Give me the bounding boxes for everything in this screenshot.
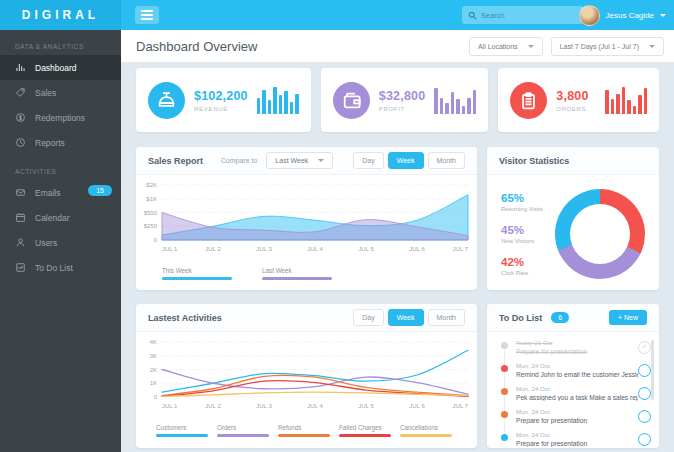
todo-checkbox[interactable] xyxy=(638,387,651,400)
legend-label: Refunds xyxy=(278,424,330,431)
todo-checkbox[interactable] xyxy=(638,410,651,423)
new-task-button[interactable]: + New xyxy=(609,310,647,325)
todo-item-body: Mon, 24 OctRemind John to email the cust… xyxy=(516,362,638,378)
sidebar-item-to-do-list[interactable]: To Do List xyxy=(0,255,121,280)
todo-dot xyxy=(501,365,508,372)
legend-item: Cancellations xyxy=(400,424,452,437)
chevron-down-icon xyxy=(528,45,534,48)
calendar-icon xyxy=(15,212,26,223)
stat-value: $32,800 xyxy=(379,89,426,103)
sidebar-section-label: ACTIVITIES xyxy=(0,155,121,180)
sales-report-title: Sales Report xyxy=(148,156,203,166)
activities-toggle-month[interactable]: Month xyxy=(428,309,465,326)
visitor-stat: 65%Returning Visits xyxy=(501,192,543,212)
visitor-stat: 42%Click Rate xyxy=(501,256,543,276)
latest-activities-header: Lastest Activities DayWeekMonth xyxy=(136,304,477,332)
stat-value: 3,800 xyxy=(556,89,588,103)
hamburger-menu-icon[interactable] xyxy=(135,6,159,24)
sidebar-item-sales[interactable]: Sales xyxy=(0,80,121,105)
svg-text:JUL 5: JUL 5 xyxy=(358,403,374,409)
visitor-stat: 45%New Visitors xyxy=(501,224,543,244)
sidebar-badge: 15 xyxy=(88,185,112,196)
activities-toggle-day[interactable]: Day xyxy=(353,309,383,326)
sidebar: DATA & ANALYTICSDashboardSalesRedemption… xyxy=(0,30,121,452)
sidebar-item-calendar[interactable]: Calendar xyxy=(0,205,121,230)
sales-toggle-month[interactable]: Month xyxy=(428,152,465,169)
svg-text:0: 0 xyxy=(154,237,158,243)
sales-toggle-day[interactable]: Day xyxy=(353,152,383,169)
wallet-icon xyxy=(342,91,361,110)
activities-toggle-week[interactable]: Week xyxy=(388,309,424,326)
stat-label: ORDERS xyxy=(556,106,588,112)
todo-list: Today 21 OctPrepare for presentation✓Mon… xyxy=(487,332,659,448)
sidebar-item-label: Users xyxy=(35,238,57,248)
legend-color-bar xyxy=(278,434,330,437)
todo-checkbox[interactable] xyxy=(638,433,651,446)
visitor-statistics-title: Visitor Statistics xyxy=(499,156,569,166)
svg-text:JUL 3: JUL 3 xyxy=(256,403,272,409)
title-bar: Dashboard Overview All LocationsLast 7 D… xyxy=(121,30,674,63)
svg-text:JUL 2: JUL 2 xyxy=(205,246,221,252)
sidebar-section-label: DATA & ANALYTICS xyxy=(0,30,121,55)
main-area: Dashboard Overview All LocationsLast 7 D… xyxy=(121,30,674,452)
dollar-circle-icon xyxy=(15,112,26,123)
legend-item: Customers xyxy=(156,424,208,437)
legend-color-bar xyxy=(217,434,269,437)
filter-value: Last 7 Days (Jul 1 - Jul 7) xyxy=(560,43,639,50)
sidebar-item-reports[interactable]: Reports xyxy=(0,130,121,155)
clock-icon xyxy=(15,137,26,148)
todo-item-body: Mon, 24 OctPrepare for presentation xyxy=(516,431,638,447)
sidebar-item-redemptions[interactable]: Redemptions xyxy=(0,105,121,130)
todo-dot xyxy=(501,388,508,395)
svg-text:JUL 3: JUL 3 xyxy=(256,246,272,252)
visitor-stat-label: Click Rate xyxy=(501,270,543,276)
user-menu[interactable]: Jesus Cagide xyxy=(579,4,666,26)
legend-color-bar xyxy=(156,434,208,437)
todo-item-date: Mon, 24 Oct xyxy=(516,408,638,415)
todo-count-badge: 6 xyxy=(551,312,569,323)
search-input[interactable] xyxy=(481,11,576,20)
stat-icon-circle xyxy=(333,82,370,119)
legend-label: This Week xyxy=(162,267,232,274)
stat-label: PROFIT xyxy=(379,106,426,112)
legend-color-bar xyxy=(400,434,452,437)
activities-toggle-group: DayWeekMonth xyxy=(349,309,465,326)
activities-legend: CustomersOrdersRefundsFailed ChargesCanc… xyxy=(136,424,477,437)
svg-text:2K: 2K xyxy=(150,367,157,373)
svg-text:1K: 1K xyxy=(150,380,157,386)
legend-item: This Week xyxy=(162,267,232,280)
todo-item: Today 21 OctPrepare for presentation✓ xyxy=(487,335,659,358)
todo-checkbox[interactable] xyxy=(638,364,651,377)
sales-toggle-week[interactable]: Week xyxy=(388,152,424,169)
legend-label: Customers xyxy=(156,424,208,431)
stat-mini-bars xyxy=(434,87,476,114)
top-header: DIGIRAL Jesus Cagide xyxy=(0,0,674,30)
sales-report-panel: Sales Report Compare to Last Week DayWee… xyxy=(136,147,477,290)
stat-card-revenue: $102,200REVENUE xyxy=(136,68,311,132)
todo-dot xyxy=(501,342,508,349)
todo-item: Mon, 24 OctPek assigned you a task Make … xyxy=(487,381,659,404)
filter-group: All LocationsLast 7 Days (Jul 1 - Jul 7) xyxy=(469,37,664,56)
compare-select[interactable]: Last Week xyxy=(266,152,333,169)
legend-item: Last Week xyxy=(262,267,332,280)
checklist-icon xyxy=(15,262,26,273)
legend-color-bar xyxy=(162,277,232,280)
app-logo: DIGIRAL xyxy=(0,0,121,30)
todo-checkbox[interactable]: ✓ xyxy=(638,341,651,354)
stat-icon-circle xyxy=(148,82,185,119)
sidebar-item-label: Dashboard xyxy=(35,63,77,73)
stat-mini-bars xyxy=(605,87,647,114)
activities-chart: 01K2K3K4KJUL 1JUL 2JUL 3JUL 4JUL 5JUL 6J… xyxy=(136,335,477,419)
compare-to-label: Compare to xyxy=(221,157,258,164)
sidebar-item-dashboard[interactable]: Dashboard xyxy=(0,55,121,80)
sidebar-item-users[interactable]: Users xyxy=(0,230,121,255)
todo-scrollbar[interactable] xyxy=(651,340,654,400)
todo-item-body: Mon, 24 OctPek assigned you a task Make … xyxy=(516,385,638,401)
visitor-stat-value: 45% xyxy=(501,224,543,236)
svg-text:$1K: $1K xyxy=(146,196,157,202)
sidebar-item-emails[interactable]: Emails15 xyxy=(0,180,121,205)
legend-item: Refunds xyxy=(278,424,330,437)
filter-select-0[interactable]: All Locations xyxy=(469,37,543,56)
filter-select-1[interactable]: Last 7 Days (Jul 1 - Jul 7) xyxy=(551,37,664,56)
todo-item: Mon, 24 OctPrepare for presentation xyxy=(487,404,659,427)
